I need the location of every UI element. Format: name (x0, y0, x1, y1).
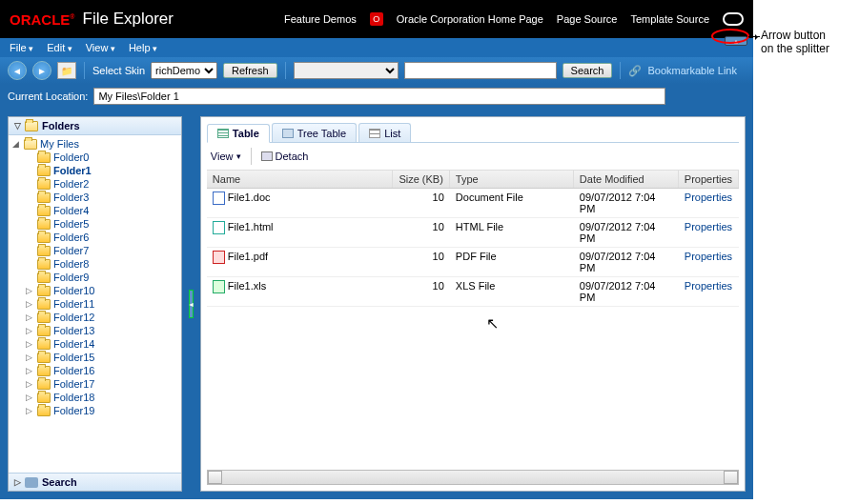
toolbar-separator (251, 148, 252, 165)
folder-icon (37, 312, 51, 323)
twisty-icon[interactable]: ▷ (26, 366, 34, 375)
tree-node[interactable]: Folder8 (9, 257, 181, 271)
search-type-select[interactable] (294, 62, 399, 79)
tree-node[interactable]: Folder7 (9, 244, 181, 257)
tree-label: Folder1 (53, 165, 92, 176)
twisty-icon[interactable]: ▷ (26, 312, 34, 322)
location-input[interactable] (93, 88, 665, 105)
link-template-source[interactable]: Template Source (630, 13, 709, 25)
tree-label: Folder15 (53, 352, 94, 363)
col-size[interactable]: Size (KB) (393, 171, 450, 188)
folder-icon (37, 232, 51, 243)
tree-node[interactable]: ▷ Folder14 (9, 337, 181, 351)
table-row[interactable]: File1.html 10 HTML File 09/07/2012 7:04 … (207, 218, 739, 248)
folders-panel-header[interactable]: ▽ Folders (9, 117, 181, 135)
search-panel-header[interactable]: ▷ Search (9, 473, 181, 491)
tree-node[interactable]: ▷ Folder19 (9, 404, 181, 417)
properties-link[interactable]: Properties (685, 251, 732, 262)
grid-toolbar: View Detach (207, 143, 739, 171)
tree-label: My Files (40, 138, 79, 150)
link-home[interactable]: Oracle Corporation Home Page (397, 13, 543, 25)
search-input[interactable] (404, 62, 557, 79)
tree-node[interactable]: ▷ Folder10 (9, 284, 181, 297)
twisty-icon[interactable]: ▷ (26, 393, 34, 402)
tree-root[interactable]: ◢ My Files (9, 137, 181, 151)
twisty-open-icon[interactable]: ◢ (12, 139, 21, 149)
tab-list[interactable]: List (358, 123, 411, 142)
splitter-handle[interactable]: ◄ (188, 116, 194, 492)
view-menu-button[interactable]: View (211, 151, 241, 162)
col-properties[interactable]: Properties (679, 171, 739, 188)
table-row[interactable]: File1.xls 10 XLS File 09/07/2012 7:04 PM… (207, 277, 739, 307)
menu-edit[interactable]: Edit (47, 42, 72, 53)
chevron-right-icon[interactable]: ▷ (14, 477, 21, 487)
tree-label: Folder10 (53, 285, 94, 296)
skin-select[interactable]: richDemo (151, 62, 217, 79)
bookmarkable-link[interactable]: Bookmarkable Link (647, 65, 737, 76)
tab-table[interactable]: Table (207, 124, 270, 143)
twisty-icon[interactable]: ▷ (26, 406, 34, 415)
menu-file[interactable]: File (10, 42, 33, 53)
tree-node[interactable]: ▷ Folder16 (9, 364, 181, 377)
tree-node[interactable]: ▷ Folder12 (9, 311, 181, 324)
tab-label: Tree Table (297, 128, 346, 139)
tree-table-icon (282, 129, 294, 138)
folder-icon (37, 353, 51, 363)
col-date[interactable]: Date Modified (574, 171, 679, 188)
properties-link[interactable]: Properties (685, 192, 732, 203)
twisty-icon[interactable]: ▷ (26, 299, 34, 309)
folder-tree[interactable]: ◢ My Files Folder0 Folder1 Folder2 Folde… (9, 135, 181, 473)
horizontal-scrollbar[interactable] (207, 470, 739, 485)
search-icon (25, 477, 38, 488)
properties-link[interactable]: Properties (685, 221, 732, 232)
link-page-source[interactable]: Page Source (557, 13, 618, 25)
search-button[interactable]: Search (562, 63, 613, 78)
folder-icon (37, 179, 51, 190)
col-type[interactable]: Type (450, 171, 574, 188)
nav-up-button[interactable]: 📁 (57, 62, 76, 79)
twisty-icon[interactable]: ▷ (26, 353, 34, 362)
twisty-icon[interactable]: ▷ (26, 339, 34, 349)
file-size: 10 (393, 218, 450, 247)
file-name: File1.pdf (228, 251, 268, 262)
refresh-button[interactable]: Refresh (223, 63, 277, 78)
tab-tree-table[interactable]: Tree Table (272, 123, 357, 142)
menu-help[interactable]: Help (129, 42, 157, 53)
chevron-down-icon[interactable]: ▽ (14, 121, 21, 131)
tree-node[interactable]: Folder6 (9, 231, 181, 244)
table-row[interactable]: File1.doc 10 Document File 09/07/2012 7:… (207, 189, 739, 218)
tree-node[interactable]: Folder9 (9, 271, 181, 284)
tree-node[interactable]: ▷ Folder17 (9, 377, 181, 391)
table-row[interactable]: File1.pdf 10 PDF File 09/07/2012 7:04 PM… (207, 248, 739, 277)
menu-view[interactable]: View (86, 42, 115, 53)
splitter-grip-icon[interactable]: ◄ (189, 290, 194, 318)
logo: ORACLE® File Explorer (10, 10, 174, 29)
annotation-text: Arrow button on the splitter (753, 0, 829, 55)
folder-icon (37, 166, 51, 176)
tree-node[interactable]: Folder2 (9, 177, 181, 191)
tree-label: Folder17 (53, 378, 94, 390)
tree-node[interactable]: ▷ Folder15 (9, 351, 181, 364)
file-icon (213, 251, 225, 264)
twisty-icon[interactable]: ▷ (26, 286, 34, 295)
nav-back-button[interactable]: ◄ (8, 61, 27, 80)
twisty-icon[interactable]: ▷ (26, 379, 34, 389)
tree-node[interactable]: ▷ Folder11 (9, 297, 181, 311)
nav-forward-button[interactable]: ► (32, 61, 51, 80)
splitter-collapse-button[interactable]: ▲ (725, 36, 747, 46)
tree-node[interactable]: Folder5 (9, 217, 181, 231)
twisty-icon[interactable]: ▷ (26, 326, 34, 335)
detach-button[interactable]: Detach (261, 151, 309, 162)
tree-node[interactable]: Folder1 (9, 164, 181, 177)
tree-node[interactable]: Folder4 (9, 204, 181, 217)
tree-node[interactable]: Folder0 (9, 151, 181, 164)
tree-node[interactable]: ▷ Folder18 (9, 391, 181, 404)
col-name[interactable]: Name (207, 171, 393, 188)
side-panel: ▽ Folders ◢ My Files Folder0 Folder1 Fol… (8, 116, 182, 492)
tree-node[interactable]: ▷ Folder13 (9, 324, 181, 337)
tree-node[interactable]: Folder3 (9, 191, 181, 204)
tab-label: List (384, 128, 400, 139)
link-feature-demos[interactable]: Feature Demos (284, 13, 357, 25)
tree-label: Folder12 (53, 312, 94, 323)
properties-link[interactable]: Properties (685, 280, 732, 292)
